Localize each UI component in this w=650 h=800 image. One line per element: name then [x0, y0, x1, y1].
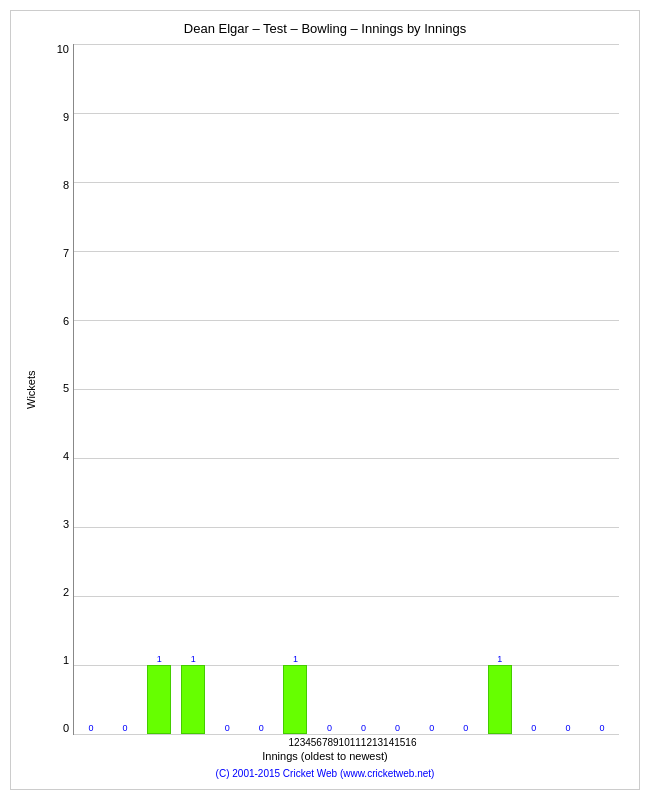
- x-tick-label: 15: [394, 735, 405, 748]
- x-axis-title: Innings (oldest to newest): [262, 750, 387, 762]
- bar-group: 0: [449, 44, 483, 734]
- bar-label-area: 0: [108, 44, 142, 734]
- bar-value-label: 0: [463, 723, 468, 734]
- x-tick-label: 16: [405, 735, 416, 748]
- bar-value-label: 1: [293, 654, 298, 665]
- y-tick-label: 6: [39, 316, 69, 327]
- x-axis-labels: 12345678910111213141516: [289, 735, 417, 748]
- chart-area: Wickets 1098765432100011001000001000: [21, 44, 629, 735]
- bar: [488, 665, 512, 734]
- bar-value-label: 0: [395, 723, 400, 734]
- bar-group: 1: [483, 44, 517, 734]
- bar-group: 0: [210, 44, 244, 734]
- bar-label-area: 0: [415, 44, 449, 734]
- chart-container: Dean Elgar – Test – Bowling – Innings by…: [10, 10, 640, 790]
- y-tick-label: 2: [39, 587, 69, 598]
- bar: [147, 665, 171, 734]
- bar-label-area: 0: [585, 44, 619, 734]
- y-tick-label: 1: [39, 655, 69, 666]
- x-tick-label: 14: [383, 735, 394, 748]
- plot-area: 1098765432100011001000001000: [43, 44, 629, 735]
- bar-value-label: 1: [497, 654, 502, 665]
- bar-group: 0: [551, 44, 585, 734]
- bar-group: 0: [517, 44, 551, 734]
- bars-row: 0011001000001000: [74, 44, 619, 734]
- bar-value-label: 0: [565, 723, 570, 734]
- grid-line: [74, 734, 619, 735]
- y-tick-label: 8: [39, 180, 69, 191]
- bar-label-area: 0: [74, 44, 108, 734]
- bar-label-area: 1: [176, 44, 210, 734]
- bar-value-label: 0: [259, 723, 264, 734]
- y-tick-label: 9: [39, 112, 69, 123]
- y-tick-label: 7: [39, 248, 69, 259]
- bar-label-area: 1: [278, 44, 312, 734]
- bar-label-area: 0: [210, 44, 244, 734]
- bar-group: 0: [312, 44, 346, 734]
- footer: (C) 2001-2015 Cricket Web (www.cricketwe…: [216, 768, 435, 779]
- x-tick-label: 13: [372, 735, 383, 748]
- x-tick-label: 12: [361, 735, 372, 748]
- bar-group: 0: [415, 44, 449, 734]
- bar-label-area: 0: [551, 44, 585, 734]
- bar-value-label: 0: [531, 723, 536, 734]
- bar-label-area: 0: [244, 44, 278, 734]
- y-tick-label: 10: [39, 44, 69, 55]
- chart-title: Dean Elgar – Test – Bowling – Innings by…: [184, 21, 466, 36]
- bar-group: 0: [381, 44, 415, 734]
- bar: [181, 665, 205, 734]
- bar-value-label: 0: [361, 723, 366, 734]
- bar-label-area: 0: [381, 44, 415, 734]
- bar-value-label: 0: [123, 723, 128, 734]
- y-labels: 109876543210: [39, 44, 69, 734]
- bar-value-label: 0: [429, 723, 434, 734]
- bar-group: 0: [74, 44, 108, 734]
- bar-label-area: 1: [483, 44, 517, 734]
- bar: [283, 665, 307, 734]
- y-axis-label: Wickets: [21, 44, 41, 735]
- bar-value-label: 0: [89, 723, 94, 734]
- x-tick-label: 11: [350, 735, 361, 748]
- y-tick-label: 5: [39, 383, 69, 394]
- y-tick-label: 4: [39, 451, 69, 462]
- bar-group: 1: [278, 44, 312, 734]
- bar-value-label: 1: [157, 654, 162, 665]
- y-tick-label: 3: [39, 519, 69, 530]
- bar-value-label: 0: [327, 723, 332, 734]
- bar-value-label: 1: [191, 654, 196, 665]
- grid-and-bars: 1098765432100011001000001000: [73, 44, 619, 735]
- bar-label-area: 0: [312, 44, 346, 734]
- bar-value-label: 0: [225, 723, 230, 734]
- bar-group: 0: [347, 44, 381, 734]
- y-tick-label: 0: [39, 723, 69, 734]
- bar-label-area: 0: [347, 44, 381, 734]
- bar-label-area: 0: [517, 44, 551, 734]
- bar-group: 0: [585, 44, 619, 734]
- x-tick-label: 10: [339, 735, 350, 748]
- bar-group: 1: [142, 44, 176, 734]
- bar-value-label: 0: [599, 723, 604, 734]
- bar-group: 1: [176, 44, 210, 734]
- bar-group: 0: [108, 44, 142, 734]
- bar-label-area: 0: [449, 44, 483, 734]
- bar-label-area: 1: [142, 44, 176, 734]
- bar-group: 0: [244, 44, 278, 734]
